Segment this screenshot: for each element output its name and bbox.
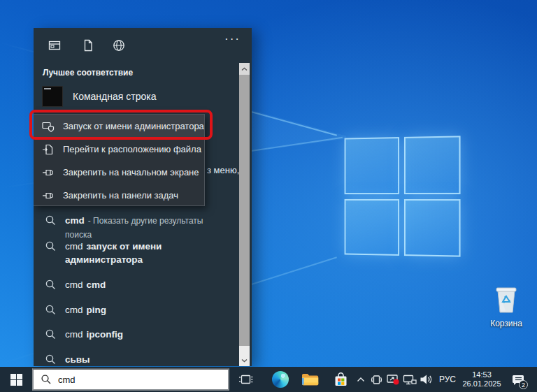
store-icon (333, 372, 349, 388)
file-explorer-icon (301, 372, 319, 386)
filter-documents-button[interactable] (81, 38, 95, 52)
search-icon (41, 374, 52, 385)
search-results-panel: ··· Лучшее соответствие Командная строка… (34, 28, 252, 366)
filter-web-button[interactable] (112, 38, 126, 52)
task-view-icon (239, 373, 253, 386)
recycle-bin[interactable]: Корзина (484, 282, 529, 328)
tray-volume-button[interactable] (417, 367, 435, 392)
windows-logo-pane (345, 198, 399, 255)
suggestion-cmd-ipconfig[interactable]: cmdipconfig (34, 328, 236, 341)
menu-item-label: Закрепить на начальном экране (63, 167, 199, 177)
tray-show-hidden-icons-button[interactable] (354, 367, 368, 392)
command-prompt-icon (42, 86, 63, 107)
file-explorer-button[interactable] (298, 367, 322, 392)
tray-cast-button[interactable] (368, 367, 385, 392)
section-header-best-match: Лучшее соответствие (43, 68, 133, 78)
suggestion-cmd-ping[interactable]: cmdping (34, 303, 236, 317)
suggestion-completion: ping (87, 305, 107, 315)
menu-item-open-file-location[interactable]: Перейти к расположению файла (34, 138, 204, 161)
suggestion-typed: cmd (65, 305, 83, 315)
suggestion-query: cmd (65, 215, 85, 226)
apps-icon (48, 38, 62, 52)
taskbar: РУС 14:53 26.01.2025 2 (0, 367, 537, 392)
search-filter-bar: ··· (34, 28, 252, 61)
globe-icon (112, 38, 126, 52)
monitor-alert-icon (386, 373, 400, 386)
suggestion-clipped[interactable]: сьвы (34, 353, 236, 366)
menu-item-pin-to-start[interactable]: Закрепить на начальном экране (34, 161, 204, 184)
suggestion-typed: cmd (65, 329, 83, 340)
suggestion-cmd-cmd[interactable]: cmdcmd (34, 278, 236, 291)
search-icon (45, 215, 57, 226)
windows-logo-pane (403, 199, 460, 257)
tray-clock[interactable]: 14:53 26.01.2025 (460, 367, 503, 392)
tray-notification-device-button[interactable] (385, 367, 401, 392)
windows-logo-pane (403, 136, 460, 194)
scrollbar-thumb[interactable] (239, 75, 250, 346)
menu-item-pin-to-taskbar[interactable]: Закрепить на панели задач (34, 184, 204, 207)
suggestion-typed: cmd (65, 241, 83, 252)
network-icon (403, 374, 417, 386)
recycle-bin-label: Корзина (484, 319, 529, 328)
windows-start-icon (10, 374, 22, 386)
filter-apps-button[interactable] (48, 38, 62, 52)
search-icon (45, 279, 57, 291)
chevron-down-icon (241, 358, 248, 363)
start-button[interactable] (3, 367, 29, 392)
suggestion-typed: cmd (65, 280, 83, 290)
taskbar-search-box[interactable] (32, 368, 229, 391)
suggestion-completion: сьвы (65, 354, 90, 365)
clock-time: 14:53 (472, 370, 492, 379)
run-as-admin-icon (42, 121, 55, 132)
search-icon (45, 304, 57, 316)
windows-logo-pane (345, 137, 399, 194)
search-icon (45, 328, 57, 340)
filter-more-button[interactable]: ··· (224, 32, 241, 46)
best-match-command-prompt[interactable]: Командная строка (34, 81, 252, 112)
truncated-background-text: з меню, (207, 165, 239, 175)
best-match-title: Командная строка (73, 91, 156, 102)
action-center-badge: 2 (519, 380, 528, 389)
menu-item-label: Запуск от имени администратора (63, 121, 204, 131)
search-icon (45, 354, 57, 365)
menu-item-label: Закрепить на панели задач (63, 190, 178, 201)
task-view-button[interactable] (235, 367, 257, 392)
action-center-button[interactable]: 2 (506, 367, 530, 392)
cast-icon (370, 373, 383, 386)
open-file-location-icon (42, 144, 55, 155)
tray-network-button[interactable] (401, 367, 418, 392)
pin-to-taskbar-icon (42, 190, 55, 201)
suggestion-completion: ipconfig (87, 329, 124, 340)
recycle-bin-icon (492, 282, 521, 314)
suggestion-completion: cmd (87, 280, 106, 290)
menu-item-run-as-admin[interactable]: Запуск от имени администратора (34, 115, 204, 138)
suggestion-cmd-run-as-admin[interactable]: cmdзапуск от имени администратора (34, 240, 236, 266)
tray-language-indicator[interactable]: РУС (435, 367, 460, 392)
panel-scrollbar[interactable] (239, 63, 250, 366)
suggestion-show-more-results[interactable]: cmd- Показать другие результаты поиска (34, 214, 236, 242)
search-icon (45, 240, 57, 252)
search-input[interactable] (58, 375, 198, 385)
windows-logo (345, 136, 461, 256)
chevron-up-icon (241, 67, 248, 71)
context-menu: Запуск от имени администратора Перейти к… (34, 114, 205, 206)
suggestion-meta: - Показать другие результаты поиска (65, 216, 203, 240)
edge-browser-button[interactable] (268, 367, 292, 392)
edge-icon (272, 371, 289, 388)
scrollbar-down-button[interactable] (239, 354, 250, 366)
volume-icon (420, 374, 433, 385)
menu-item-label: Перейти к расположению файла (63, 144, 201, 154)
document-icon (81, 38, 95, 52)
chevron-up-icon (357, 377, 365, 382)
microsoft-store-button[interactable] (329, 367, 352, 392)
pin-to-start-icon (42, 167, 55, 178)
clock-date: 26.01.2025 (462, 379, 501, 389)
scrollbar-up-button[interactable] (239, 63, 250, 75)
windows-desktop-screen: Корзина (0, 0, 537, 392)
